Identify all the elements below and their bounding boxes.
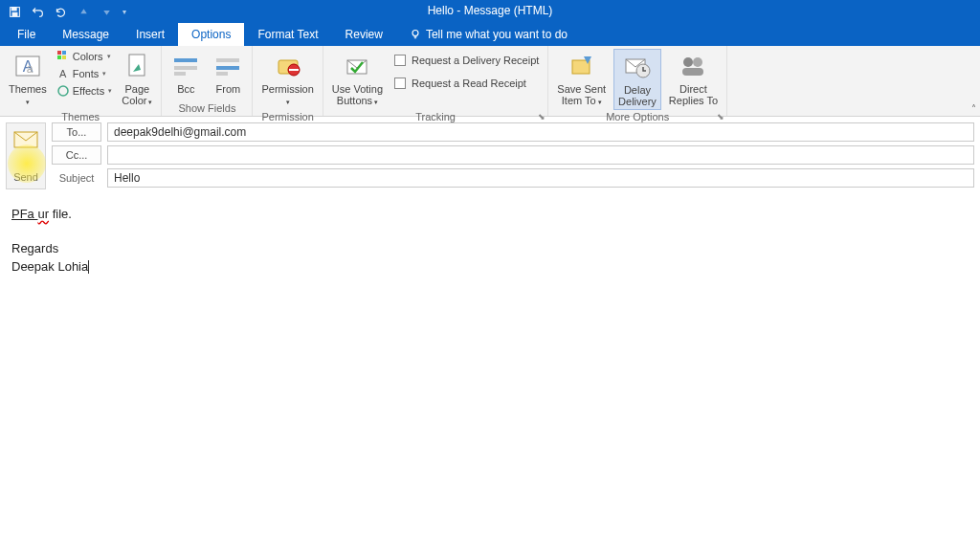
tell-me-search[interactable]: Tell me what you want to do	[396, 23, 568, 46]
from-icon	[212, 51, 243, 81]
colors-icon	[56, 50, 70, 63]
svg-rect-17	[216, 58, 239, 62]
group-permission: Permission▾ Permission	[253, 46, 323, 116]
fonts-button[interactable]: AFonts▾	[55, 66, 114, 81]
body-line-1: PFa ur file.	[11, 205, 969, 224]
permission-button[interactable]: Permission▾	[257, 49, 317, 110]
tab-insert[interactable]: Insert	[122, 23, 178, 46]
voting-button[interactable]: Use Voting Buttons ▾	[328, 49, 387, 110]
svg-text:A: A	[59, 68, 67, 79]
redo-icon[interactable]	[52, 3, 69, 20]
send-button[interactable]: Send	[6, 122, 46, 189]
qat-up-icon[interactable]	[75, 3, 92, 20]
permission-icon	[273, 51, 303, 81]
group-themes: Aa Themes▾ Colors▾ AFonts▾ Effects▾ Page…	[0, 46, 162, 116]
themes-icon: Aa	[12, 51, 43, 81]
page-color-icon	[122, 51, 152, 81]
text-cursor	[88, 260, 89, 274]
checkbox-icon	[394, 55, 406, 66]
svg-rect-10	[62, 55, 66, 59]
group-show-fields: Bcc From Show Fields	[162, 46, 253, 116]
fields: To... Cc... Subject	[52, 122, 974, 189]
direct-replies-icon	[678, 51, 708, 81]
to-button[interactable]: To...	[52, 122, 101, 142]
subject-label: Subject	[52, 172, 101, 184]
svg-rect-13	[129, 55, 145, 76]
svg-rect-29	[682, 68, 703, 76]
delivery-receipt-checkbox[interactable]: Request a Delivery Receipt	[390, 53, 543, 68]
tab-review[interactable]: Review	[332, 23, 396, 46]
svg-point-12	[58, 86, 68, 96]
fonts-icon: A	[56, 67, 70, 80]
save-sent-icon	[567, 51, 597, 81]
effects-button[interactable]: Effects▾	[55, 83, 114, 99]
subject-input[interactable]	[107, 168, 974, 188]
svg-point-28	[693, 57, 702, 67]
cc-button[interactable]: Cc...	[52, 145, 101, 165]
read-receipt-checkbox[interactable]: Request a Read Receipt	[390, 76, 543, 91]
page-color-button[interactable]: Page Color ▾	[118, 49, 156, 110]
voting-icon	[342, 51, 372, 81]
svg-rect-9	[57, 55, 61, 59]
ribbon: Aa Themes▾ Colors▾ AFonts▾ Effects▾ Page…	[0, 46, 980, 117]
tracking-launcher[interactable]: ⬊	[538, 110, 546, 123]
effects-icon	[56, 84, 70, 98]
tab-file[interactable]: File	[4, 23, 49, 46]
bcc-icon	[170, 51, 201, 81]
svg-rect-2	[12, 12, 17, 15]
delay-delivery-icon	[622, 52, 653, 82]
colors-button[interactable]: Colors▾	[55, 49, 114, 64]
envelope-icon	[13, 131, 38, 151]
bcc-button[interactable]: Bcc	[167, 49, 205, 97]
svg-rect-18	[216, 66, 239, 70]
email-body[interactable]: PFa ur file. Regards Deepak Lohia	[0, 195, 980, 286]
svg-rect-22	[289, 69, 299, 71]
undo-icon[interactable]	[29, 3, 46, 20]
svg-rect-19	[216, 72, 228, 76]
svg-rect-7	[57, 51, 61, 55]
body-line-2: Regards	[11, 239, 969, 258]
svg-rect-15	[174, 66, 197, 70]
themes-button[interactable]: Aa Themes▾	[5, 49, 51, 110]
qat-customize-icon[interactable]: ▾	[122, 8, 126, 16]
svg-rect-16	[174, 72, 186, 76]
svg-point-27	[683, 57, 693, 67]
direct-replies-button[interactable]: Direct Replies To	[665, 49, 722, 108]
group-more-options: Save Sent Item To ▾ Delay Delivery Direc…	[548, 46, 727, 116]
tab-message[interactable]: Message	[49, 23, 122, 46]
cc-input[interactable]	[107, 145, 974, 165]
save-icon[interactable]	[6, 3, 23, 20]
checkbox-icon	[394, 78, 406, 89]
to-input[interactable]	[107, 122, 974, 142]
title-bar: ▾ Hello - Message (HTML)	[0, 0, 980, 23]
tab-format-text[interactable]: Format Text	[244, 23, 331, 46]
group-tracking: Use Voting Buttons ▾ Request a Delivery …	[323, 46, 549, 116]
svg-point-3	[412, 31, 418, 36]
compose-header: Send To... Cc... Subject	[0, 117, 980, 195]
svg-rect-1	[11, 7, 16, 10]
tell-me-label: Tell me what you want to do	[426, 28, 568, 41]
from-button[interactable]: From	[209, 49, 247, 97]
svg-rect-14	[174, 58, 197, 62]
lightbulb-icon	[410, 29, 421, 40]
quick-access-toolbar: ▾	[0, 3, 126, 20]
qat-down-icon[interactable]	[98, 3, 115, 20]
save-sent-button[interactable]: Save Sent Item To ▾	[553, 49, 610, 110]
more-options-launcher[interactable]: ⬊	[717, 110, 724, 123]
svg-rect-8	[62, 51, 66, 55]
window-title: Hello - Message (HTML)	[428, 4, 553, 17]
collapse-ribbon-icon[interactable]: ˄	[971, 103, 976, 114]
body-line-3: Deepak Lohia	[11, 257, 969, 277]
svg-text:a: a	[27, 62, 33, 76]
menu-bar: File Message Insert Options Format Text …	[0, 23, 980, 46]
tab-options[interactable]: Options	[178, 23, 244, 46]
delay-delivery-button[interactable]: Delay Delivery	[613, 49, 661, 110]
